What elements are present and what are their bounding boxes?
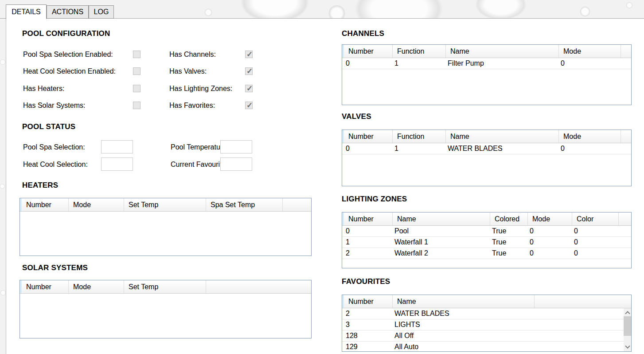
column-header[interactable]: Mode (559, 130, 621, 143)
solar-systems-heading: SOLAR SYSTEMS (22, 264, 88, 272)
column-header[interactable]: Number (344, 130, 393, 143)
table-row[interactable]: 128All Off (342, 330, 624, 342)
table-cell: 0 (557, 143, 619, 154)
has-valves-checkbox[interactable] (245, 67, 253, 75)
field-label: Heat Cool Selection: (23, 161, 88, 169)
table-cell: True (488, 237, 526, 248)
checkbox-label: Pool Spa Selection Enabled: (23, 51, 113, 59)
heat-cool-selection-enabled-checkbox[interactable] (133, 67, 141, 75)
table-row[interactable]: 0PoolTrue00 (342, 226, 631, 237)
column-header-filler (621, 130, 631, 143)
scrollbar-thumb[interactable] (624, 316, 631, 336)
pool-configuration-heading: POOL CONFIGURATION (22, 29, 110, 38)
table-cell: 129 (342, 342, 391, 351)
column-header[interactable]: Name (393, 212, 490, 225)
column-header[interactable]: Spa Set Temp (206, 198, 283, 211)
column-header[interactable]: Set Temp (124, 198, 206, 211)
table-cell: True (488, 248, 526, 259)
table-cell: 128 (342, 330, 391, 341)
column-header[interactable]: Number (344, 295, 393, 308)
column-header[interactable]: Function (393, 130, 446, 143)
checkbox-label: Has Solar Systems: (23, 102, 85, 110)
chevron-up-icon (625, 311, 630, 316)
table-cell: 0 (570, 226, 617, 236)
table-row[interactable]: 01WATER BLADES0 (342, 143, 631, 154)
column-header[interactable]: Name (393, 295, 535, 308)
has-heaters-checkbox[interactable] (133, 85, 141, 92)
column-header[interactable]: Name (446, 45, 559, 58)
valves-heading: VALVES (342, 112, 371, 121)
table-cell: 2 (342, 308, 391, 319)
table-row[interactable]: 2Waterfall 2True00 (342, 248, 631, 259)
table-cell: 0 (570, 248, 617, 259)
table-row[interactable]: 129All Auto (342, 342, 624, 351)
table-cell: Filter Pump (444, 58, 557, 69)
table-row[interactable]: 2WATER BLADES (342, 308, 624, 319)
pool-spa-selection-input[interactable] (101, 140, 133, 153)
has-channels-checkbox[interactable] (245, 51, 253, 58)
column-header[interactable]: Mode (69, 280, 124, 293)
column-header[interactable]: Number (344, 45, 393, 58)
has-lighting-zones-checkbox[interactable] (245, 85, 253, 92)
table-body: 0PoolTrue001Waterfall 1True002Waterfall … (342, 226, 631, 268)
column-header[interactable]: Colored (490, 212, 528, 225)
has-solar-systems-checkbox[interactable] (133, 102, 141, 109)
favourites-scrollbar[interactable] (624, 308, 631, 351)
column-header[interactable]: Function (393, 45, 446, 58)
tab-log[interactable]: LOG (89, 5, 114, 19)
table-header-row: NumberFunctionNameMode (342, 45, 631, 58)
table-cell: All Off (391, 330, 533, 341)
checkbox-label: Has Favorites: (169, 102, 215, 110)
column-header[interactable]: Mode (528, 212, 572, 225)
table-cell: 0 (342, 58, 391, 69)
table-cell: 0 (526, 248, 570, 259)
table-row[interactable]: 3LIGHTS (342, 319, 624, 330)
table-cell: 3 (342, 319, 391, 330)
table-body: 2WATER BLADES3LIGHTS128All Off129All Aut… (342, 308, 624, 351)
table-cell: 0 (342, 143, 391, 154)
column-header[interactable]: Color (572, 212, 619, 225)
table-cell: 0 (342, 226, 391, 236)
checkbox-label: Has Heaters: (23, 85, 64, 93)
tab-actions[interactable]: ACTIONS (47, 5, 89, 19)
pool-temperature-input[interactable] (220, 140, 252, 153)
table-row[interactable]: 1Waterfall 1True00 (342, 237, 631, 248)
column-header[interactable]: Name (446, 130, 559, 143)
valves-table: NumberFunctionNameMode 01WATER BLADES0 (342, 130, 632, 186)
table-cell: WATER BLADES (391, 308, 533, 319)
table-cell: Pool (391, 226, 488, 236)
column-header-filler (206, 280, 311, 293)
table-cell: True (488, 226, 526, 236)
pool-spa-selection-enabled-checkbox[interactable] (133, 51, 141, 58)
table-row[interactable]: 01Filter Pump0 (342, 58, 631, 69)
column-header[interactable]: Set Temp (124, 280, 206, 293)
has-favorites-checkbox[interactable] (245, 102, 253, 109)
column-header[interactable]: Mode (559, 45, 621, 58)
tab-details[interactable]: DETAILS (6, 4, 47, 19)
heat-cool-selection-input[interactable] (101, 157, 133, 171)
column-header[interactable]: Number (22, 280, 69, 293)
column-header[interactable]: Number (22, 198, 69, 211)
column-header-filler (283, 198, 311, 211)
scroll-down-button[interactable] (624, 343, 631, 351)
app-window: { "tabs": [ { "label": "DETAILS", "activ… (0, 0, 644, 354)
column-header[interactable]: Mode (69, 198, 124, 211)
current-favourite-input[interactable] (220, 157, 252, 171)
table-cell: 2 (342, 248, 391, 259)
lighting-zones-table: NumberNameColoredModeColor 0PoolTrue001W… (342, 212, 632, 268)
table-cell: Waterfall 1 (391, 237, 488, 248)
favourites-heading: FAVOURITES (342, 277, 390, 286)
table-header-row: NumberFunctionNameMode (342, 130, 631, 143)
column-header-filler (535, 295, 631, 308)
table-body (20, 294, 311, 338)
checkbox-label: Heat Cool Selection Enabled: (23, 67, 116, 75)
table-cell: 1 (391, 143, 444, 154)
table-header-row: NumberName (342, 295, 631, 308)
scroll-up-button[interactable] (624, 308, 631, 316)
table-cell: WATER BLADES (444, 143, 557, 154)
table-body (20, 212, 311, 256)
table-cell: All Auto (391, 342, 533, 351)
channels-table: NumberFunctionNameMode 01Filter Pump0 (342, 44, 632, 105)
channels-heading: CHANNELS (342, 29, 384, 38)
column-header[interactable]: Number (344, 212, 393, 225)
